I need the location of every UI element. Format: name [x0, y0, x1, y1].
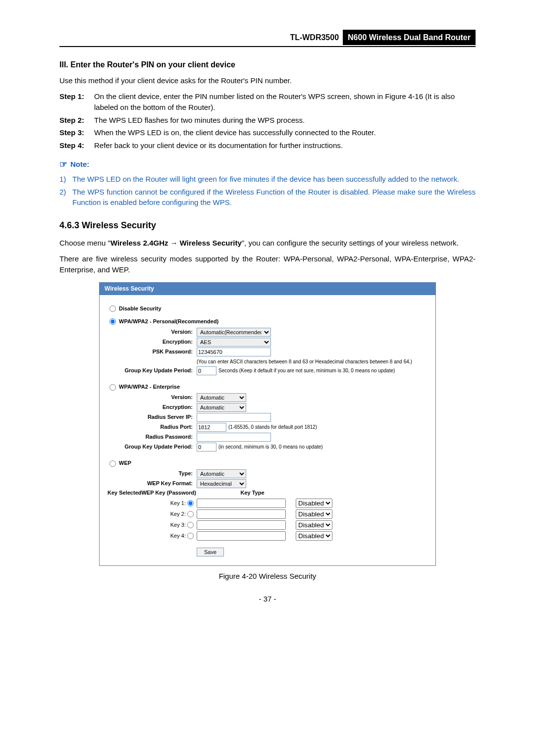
label-gkup: Group Key Update Period:: [107, 367, 197, 375]
gkup-hint: Seconds (Keep it default if you are not …: [218, 367, 395, 375]
section-463-para2: There are five wireless security modes s…: [59, 253, 476, 275]
radio-key-3[interactable]: [187, 522, 194, 528]
input-personal-gkup[interactable]: [197, 366, 216, 375]
input-radius-password[interactable]: [197, 433, 271, 442]
select-key-type-2[interactable]: Disabled: [296, 509, 332, 519]
label-encryption: Encryption:: [107, 338, 197, 346]
section-463-para1: Choose menu "Wireless 2.4GHz → Wireless …: [59, 238, 476, 249]
label-wep: WEP: [119, 459, 131, 467]
wireless-security-panel: Wireless Security Disable Security WPA/W…: [99, 282, 436, 566]
input-wep-key-4[interactable]: [197, 531, 286, 541]
note-num: 1): [59, 174, 72, 185]
label-radius-port: Radius Port:: [107, 423, 197, 431]
step-text: The WPS LED flashes for two minutes duri…: [94, 115, 305, 126]
radio-wpa-enterprise[interactable]: [109, 384, 116, 391]
radio-disable-security[interactable]: [109, 305, 116, 312]
note-item: 2)The WPS function cannot be configured …: [59, 187, 476, 208]
label-type: Type:: [107, 470, 197, 478]
label-version: Version:: [107, 394, 197, 402]
select-enterprise-version[interactable]: Automatic: [197, 393, 246, 402]
panel-title: Wireless Security: [100, 283, 435, 295]
gkup-hint-2: (in second, minimum is 30, 0 means no up…: [218, 444, 323, 451]
para1-bold1: Wireless 2.4GHz: [110, 239, 168, 247]
product-name: N600 Wireless Dual Band Router: [343, 30, 476, 45]
radio-key-4[interactable]: [187, 533, 194, 539]
arrow-icon: →: [168, 239, 179, 247]
radio-wpa-personal[interactable]: [109, 318, 116, 325]
page-number: - 37 -: [59, 594, 476, 605]
label-radius-pw: Radius Password:: [107, 433, 197, 441]
select-personal-version[interactable]: Automatic(Recommended): [197, 328, 271, 337]
step-label: Step 2:: [59, 115, 94, 126]
label-gkup: Group Key Update Period:: [107, 443, 197, 451]
step-item: Step 4:Refer back to your client device …: [59, 140, 476, 151]
step-label: Step 4:: [59, 140, 94, 151]
input-wep-key-3[interactable]: [197, 520, 286, 530]
label-encryption: Encryption:: [107, 403, 197, 411]
note-list: 1)The WPS LED on the Router will light g…: [59, 174, 476, 208]
note-num: 2): [59, 187, 72, 208]
wep-key-row: Key 4: Disabled: [107, 531, 428, 541]
step-label: Step 3:: [59, 127, 94, 138]
para1-pre: Choose menu ": [59, 239, 110, 247]
section-463-heading: 4.6.3 Wireless Security: [59, 219, 476, 232]
wep-key-row: Key 2: Disabled: [107, 509, 428, 519]
select-key-type-1[interactable]: Disabled: [296, 499, 332, 508]
wep-key-row: Key 1: Disabled: [107, 499, 428, 508]
label-wpa-enterprise: WPA/WPA2 - Enterprise: [119, 383, 180, 391]
input-enterprise-gkup[interactable]: [197, 443, 216, 452]
step-label: Step 1:: [59, 91, 94, 113]
select-key-type-4[interactable]: Disabled: [296, 531, 332, 541]
step-item: Step 3:When the WPS LED is on, the clien…: [59, 127, 476, 138]
select-wep-type[interactable]: Automatic: [197, 469, 246, 478]
step-text: Refer back to your client device or its …: [94, 140, 343, 151]
para1-post: ", you can configure the security settin…: [242, 239, 459, 247]
para1-bold2: Wireless Security: [180, 239, 242, 247]
label-radius-ip: Radius Server IP:: [107, 413, 197, 421]
wep-key-row: Key 3: Disabled: [107, 520, 428, 530]
section-3-title: III. Enter the Router's PIN on your clie…: [59, 59, 476, 70]
select-wep-format[interactable]: Hexadecimal: [197, 479, 246, 488]
pointing-hand-icon: ☞: [59, 158, 67, 171]
radio-key-2[interactable]: [187, 511, 194, 517]
label-key-selected: Key Selected: [107, 489, 141, 497]
input-psk-password[interactable]: [197, 348, 271, 356]
step-text: On the client device, enter the PIN numb…: [94, 91, 476, 113]
col-key-type: Key Type: [240, 489, 285, 497]
select-personal-encryption[interactable]: AES: [197, 338, 271, 347]
label-version: Version:: [107, 328, 197, 336]
input-wep-key-2[interactable]: [197, 509, 286, 519]
key-label: Key 1:: [170, 500, 186, 506]
note-text: The WPS LED on the Router will light gre…: [72, 174, 459, 185]
label-wep-format: WEP Key Format:: [107, 480, 197, 488]
select-enterprise-encryption[interactable]: Automatic: [197, 403, 246, 412]
label-wpa-personal: WPA/WPA2 - Personal(Recommended): [119, 318, 218, 326]
radius-port-hint: (1-65535, 0 stands for default port 1812…: [228, 424, 317, 431]
page-header: TL-WDR3500 N600 Wireless Dual Band Route…: [59, 30, 476, 47]
label-psk-password: PSK Password:: [107, 348, 197, 356]
step-item: Step 1:On the client device, enter the P…: [59, 91, 476, 113]
save-button[interactable]: Save: [197, 548, 224, 556]
input-radius-port[interactable]: [197, 423, 226, 432]
key-label: Key 2:: [170, 511, 186, 517]
step-text: When the WPS LED is on, the client devic…: [94, 127, 376, 138]
input-wep-key-1[interactable]: [197, 499, 286, 508]
col-wep-key: WEP Key (Password): [141, 489, 240, 497]
radio-wep[interactable]: [109, 460, 116, 467]
psk-hint: (You can enter ASCII characters between …: [197, 357, 412, 366]
radio-key-1[interactable]: [187, 500, 194, 506]
select-key-type-3[interactable]: Disabled: [296, 520, 332, 530]
step-item: Step 2:The WPS LED flashes for two minut…: [59, 115, 476, 126]
note-item: 1)The WPS LED on the Router will light g…: [59, 174, 476, 185]
note-heading: ☞ Note:: [59, 158, 476, 171]
note-label: Note:: [70, 159, 89, 170]
model-number: TL-WDR3500: [286, 30, 343, 45]
label-disable-security: Disable Security: [119, 305, 161, 313]
key-label: Key 4:: [170, 533, 186, 539]
key-label: Key 3:: [170, 522, 186, 528]
section-3-intro: Use this method if your client device as…: [59, 75, 476, 86]
figure-caption: Figure 4-20 Wireless Security: [59, 571, 476, 582]
input-radius-ip[interactable]: [197, 413, 271, 422]
note-text: The WPS function cannot be configured if…: [72, 187, 476, 208]
step-list: Step 1:On the client device, enter the P…: [59, 91, 476, 151]
